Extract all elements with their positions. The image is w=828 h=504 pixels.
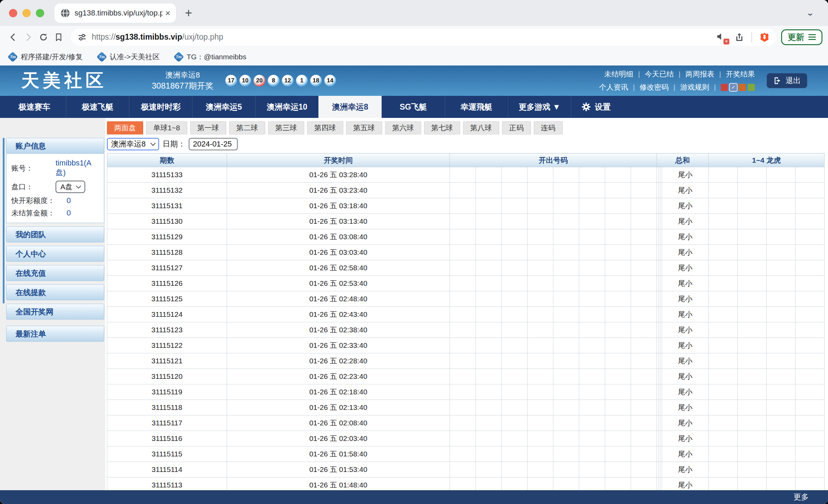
result-ball: 1	[296, 75, 308, 87]
logout-button[interactable]: 退出	[767, 73, 807, 88]
tab-search-chevron-icon[interactable]: ⌄	[806, 8, 814, 17]
number-cell	[528, 462, 553, 477]
bet-type-tab[interactable]: 第一球	[190, 121, 226, 134]
quota-label: 快开彩额度：	[11, 196, 67, 205]
dragon-cell	[767, 229, 796, 245]
number-cell	[528, 245, 553, 260]
nav-item[interactable]: SG飞艇	[382, 96, 445, 118]
nav-item[interactable]: 极速飞艇	[66, 96, 129, 118]
sidebar-item[interactable]: 在线提款	[6, 284, 104, 300]
nav-item[interactable]: 极速赛车	[3, 96, 66, 118]
game-select[interactable]: 澳洲幸运8	[107, 138, 159, 150]
sidebar-item[interactable]: 我的团队	[6, 226, 104, 242]
dragon-cell	[709, 291, 738, 307]
url-bar[interactable]: https://sg138.timibbs.vip/uxj/top.php ×	[71, 29, 776, 46]
bet-type-tab[interactable]: 正码	[502, 121, 531, 134]
dragon-cell	[796, 167, 825, 183]
bet-type-tab[interactable]: 第三球	[268, 121, 304, 134]
minimize-window-button[interactable]	[22, 9, 31, 17]
number-cell	[502, 338, 528, 353]
bookmark-item[interactable]: Tm 程序搭建/开发/修复	[9, 52, 83, 62]
number-cell	[631, 446, 657, 462]
reload-button[interactable]	[36, 30, 51, 45]
nav-item[interactable]: 幸運飛艇	[445, 96, 508, 118]
browser-tab[interactable]: sg138.timibbs.vip/uxj/top.php ×	[55, 3, 176, 23]
number-cell	[450, 198, 476, 214]
theme-swatch[interactable]: ✓	[730, 84, 737, 91]
sidebar-item[interactable]: 最新注单	[6, 326, 104, 342]
bookmark-item[interactable]: Tm 认准->天美社区	[98, 52, 160, 62]
brave-shield-icon[interactable]	[759, 32, 770, 43]
col-time: 开奖时间	[227, 153, 450, 167]
quick-link[interactable]: 修改密码	[640, 82, 669, 92]
bet-type-tab[interactable]: 第六球	[385, 121, 421, 134]
table-row: 31115115 01-26 五 01:58:40 尾小	[107, 446, 825, 462]
number-cell	[450, 229, 476, 245]
dragon-cell	[738, 431, 767, 446]
number-cell	[605, 214, 631, 229]
quick-link[interactable]: 个人资讯	[599, 82, 628, 92]
theme-swatch[interactable]	[739, 84, 746, 91]
number-cell	[553, 291, 579, 307]
number-cell	[528, 229, 553, 245]
forward-button[interactable]	[21, 30, 36, 45]
nav-settings-item[interactable]: 设置	[571, 96, 620, 118]
bet-type-tab[interactable]: 连码	[534, 121, 563, 134]
nav-item[interactable]: 澳洲幸运5	[192, 96, 255, 118]
bet-type-tab[interactable]: 第八球	[463, 121, 499, 134]
bet-type-tab[interactable]: 两面盘	[107, 121, 143, 134]
bookmark-this-page-button[interactable]	[51, 30, 66, 45]
number-cell	[631, 384, 657, 400]
theme-swatch[interactable]	[721, 84, 728, 91]
date-input[interactable]	[189, 138, 238, 150]
sidebar-item[interactable]: 在线充值	[6, 265, 104, 281]
bet-type-tab[interactable]: 第七球	[424, 121, 460, 134]
bet-type-tab[interactable]: 第五球	[346, 121, 382, 134]
nav-item[interactable]: 澳洲幸运10	[255, 96, 318, 118]
sum-tail-cell: 尾小	[662, 198, 709, 214]
date-label: 日期：	[162, 139, 185, 149]
bet-type-tab[interactable]: 第四球	[307, 121, 343, 134]
url-text[interactable]: https://sg138.timibbs.vip/uxj/top.php	[92, 32, 716, 42]
quick-link[interactable]: 未结明细	[604, 69, 633, 79]
zoom-window-button[interactable]	[36, 9, 44, 17]
draw-time-cell: 01-26 五 02:33:40	[227, 338, 450, 353]
sidebar-item[interactable]: 全国开奖网	[6, 304, 104, 320]
quick-link[interactable]: 今天已结	[645, 69, 674, 79]
bookmark-item[interactable]: Tm TG：@tianmeibbs	[175, 52, 246, 62]
close-window-button[interactable]	[9, 9, 17, 17]
draw-time-cell: 01-26 五 01:53:40	[227, 462, 450, 477]
footer-more-link[interactable]: 更多	[793, 492, 809, 502]
number-cell	[502, 462, 528, 477]
sidebar-item[interactable]: 个人中心	[6, 246, 104, 262]
nav-item[interactable]: 更多游戏 ▼	[508, 96, 571, 118]
plate-select[interactable]: A盘	[56, 181, 85, 193]
nav-item[interactable]: 澳洲幸运8	[318, 96, 382, 118]
bet-type-tab[interactable]: 第二球	[229, 121, 265, 134]
period-cell: 31115121	[107, 353, 227, 369]
tab-close-icon[interactable]: ×	[165, 9, 170, 18]
theme-swatch[interactable]	[748, 84, 755, 91]
link-separator: |	[633, 83, 635, 91]
dragon-cell	[796, 307, 825, 322]
quick-link[interactable]: 两周报表	[686, 69, 714, 79]
new-tab-button[interactable]: +	[185, 7, 192, 19]
bet-type-tab[interactable]: 单球1~8	[146, 121, 187, 134]
dragon-cell	[709, 260, 738, 276]
share-icon[interactable]	[734, 32, 745, 42]
quick-link[interactable]: 开奖结果	[726, 69, 755, 79]
nav-item[interactable]: 极速时时彩	[129, 96, 192, 118]
number-cell	[476, 183, 502, 198]
dragon-cell	[738, 167, 767, 183]
sum-tail-cell: 尾小	[662, 167, 709, 183]
tab-muted-button[interactable]: ×	[716, 31, 727, 43]
draw-time-cell: 01-26 五 03:03:40	[227, 245, 450, 260]
number-cell	[605, 415, 631, 431]
number-cell	[528, 183, 553, 198]
dragon-cell	[738, 214, 767, 229]
dragon-cell	[767, 260, 796, 276]
browser-update-menu-button[interactable]: 更新	[781, 29, 822, 45]
back-button[interactable]	[6, 30, 21, 45]
site-settings-icon[interactable]	[77, 32, 87, 42]
quick-link[interactable]: 游戏规则	[680, 82, 709, 92]
